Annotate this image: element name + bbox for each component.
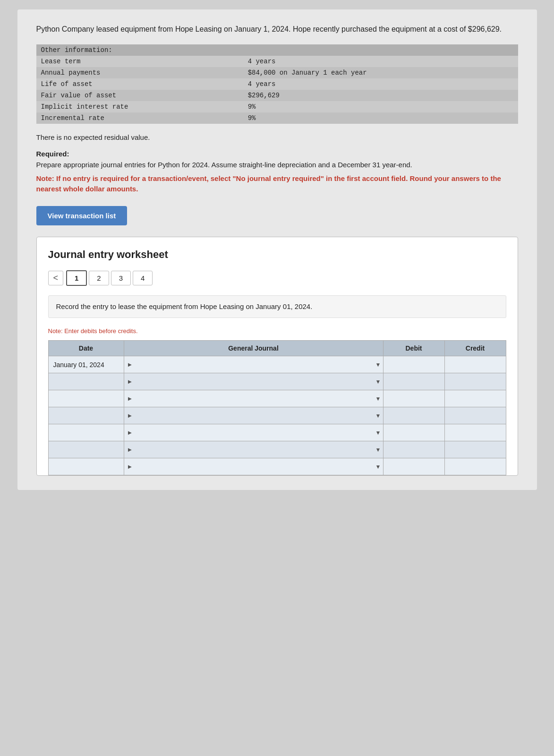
arrow-indicator-3: ► (124, 395, 136, 402)
debit-input-3[interactable] (384, 390, 444, 407)
table-row: January 01, 2024 ► ▼ (48, 356, 506, 373)
dropdown-arrow-5[interactable]: ▼ (374, 429, 383, 437)
table-row: ► ▼ (48, 458, 506, 475)
gj-input-2[interactable] (136, 373, 373, 390)
debit-cell-2[interactable] (383, 373, 444, 390)
date-cell-1: January 01, 2024 (48, 356, 124, 373)
debit-cell-4[interactable] (383, 407, 444, 424)
debit-input-7[interactable] (384, 458, 444, 475)
credit-input-6[interactable] (445, 441, 506, 458)
credit-input-7[interactable] (445, 458, 506, 475)
table-row: ► ▼ (48, 390, 506, 407)
table-row: ► ▼ (48, 424, 506, 441)
dropdown-arrow-1[interactable]: ▼ (374, 361, 383, 369)
gj-input-7[interactable] (136, 458, 373, 475)
tab-4[interactable]: 4 (133, 271, 153, 285)
credit-input-4[interactable] (445, 407, 506, 424)
info-label-implicit-rate: Implicit interest rate (36, 101, 243, 112)
info-label-life-of-asset: Life of asset (36, 78, 243, 90)
info-label-incremental-rate: Incremental rate (36, 112, 243, 124)
th-date: Date (48, 341, 124, 356)
info-table-row: Life of asset 4 years (36, 78, 518, 90)
page-container: Python Company leased equipment from Hop… (17, 9, 537, 490)
th-debit: Debit (383, 341, 444, 356)
debit-cell-7[interactable] (383, 458, 444, 475)
gj-input-4[interactable] (136, 407, 373, 424)
gj-cell-1[interactable]: ► ▼ (124, 356, 383, 373)
credit-cell-1[interactable] (444, 356, 506, 373)
date-cell-6 (48, 441, 124, 458)
credit-input-3[interactable] (445, 390, 506, 407)
worksheet-container: Journal entry worksheet < 1 2 3 4 Record… (36, 237, 518, 476)
info-table-row: Annual payments $84,000 on January 1 eac… (36, 67, 518, 78)
arrow-indicator-2: ► (124, 378, 136, 385)
info-value-annual-payments: $84,000 on January 1 each year (243, 67, 518, 78)
info-value-fair-value: $296,629 (243, 90, 518, 101)
tab-2[interactable]: 2 (89, 271, 109, 285)
debit-cell-5[interactable] (383, 424, 444, 441)
gj-input-1[interactable] (136, 356, 373, 373)
gj-cell-6[interactable]: ► ▼ (124, 441, 383, 458)
credit-input-5[interactable] (445, 424, 506, 441)
note-enter-debits: Note: Enter debits before credits. (48, 327, 506, 335)
required-note: Note: If no entry is required for a tran… (36, 173, 518, 195)
gj-cell-4[interactable]: ► ▼ (124, 407, 383, 424)
tab-1[interactable]: 1 (66, 270, 87, 286)
debit-input-2[interactable] (384, 373, 444, 390)
dropdown-arrow-6[interactable]: ▼ (374, 446, 383, 454)
dropdown-arrow-4[interactable]: ▼ (374, 412, 383, 420)
date-cell-2 (48, 373, 124, 390)
date-cell-3 (48, 390, 124, 407)
info-label-fair-value: Fair value of asset (36, 90, 243, 101)
journal-table: Date General Journal Debit Credit Januar… (48, 340, 506, 475)
credit-input-2[interactable] (445, 373, 506, 390)
tab-3[interactable]: 3 (111, 271, 131, 285)
credit-cell-2[interactable] (444, 373, 506, 390)
th-general-journal: General Journal (124, 341, 383, 356)
debit-input-6[interactable] (384, 441, 444, 458)
info-label-annual-payments: Annual payments (36, 67, 243, 78)
gj-input-6[interactable] (136, 441, 373, 458)
credit-cell-7[interactable] (444, 458, 506, 475)
view-transaction-list-button[interactable]: View transaction list (36, 206, 128, 225)
required-title: Required: (36, 150, 518, 158)
table-row: ► ▼ (48, 441, 506, 458)
info-table-header: Other information: (36, 44, 243, 56)
credit-cell-3[interactable] (444, 390, 506, 407)
worksheet-title: Journal entry worksheet (48, 249, 506, 261)
debit-cell-3[interactable] (383, 390, 444, 407)
th-credit: Credit (444, 341, 506, 356)
gj-cell-7[interactable]: ► ▼ (124, 458, 383, 475)
tab-prev-button[interactable]: < (48, 271, 64, 285)
info-table-row: Incremental rate 9% (36, 112, 518, 124)
credit-cell-6[interactable] (444, 441, 506, 458)
debit-cell-6[interactable] (383, 441, 444, 458)
credit-cell-4[interactable] (444, 407, 506, 424)
dropdown-arrow-2[interactable]: ▼ (374, 378, 383, 386)
credit-cell-5[interactable] (444, 424, 506, 441)
debit-cell-1[interactable] (383, 356, 444, 373)
table-row: ► ▼ (48, 373, 506, 390)
gj-input-5[interactable] (136, 424, 373, 441)
info-label-lease-term: Lease term (36, 56, 243, 67)
gj-input-3[interactable] (136, 390, 373, 407)
info-table-header-row: Other information: (36, 44, 518, 56)
credit-input-1[interactable] (445, 356, 506, 373)
debit-input-4[interactable] (384, 407, 444, 424)
table-row: ► ▼ (48, 407, 506, 424)
arrow-indicator-1: ► (124, 361, 136, 368)
arrow-indicator-7: ► (124, 463, 136, 470)
info-table-row: Lease term 4 years (36, 56, 518, 67)
gj-cell-2[interactable]: ► ▼ (124, 373, 383, 390)
arrow-indicator-5: ► (124, 429, 136, 436)
required-body: Prepare appropriate journal entries for … (36, 160, 518, 171)
gj-cell-5[interactable]: ► ▼ (124, 424, 383, 441)
info-table: Other information: Lease term 4 years An… (36, 44, 518, 124)
intro-text: Python Company leased equipment from Hop… (36, 24, 518, 35)
info-value-life-of-asset: 4 years (243, 78, 518, 90)
gj-cell-3[interactable]: ► ▼ (124, 390, 383, 407)
dropdown-arrow-7[interactable]: ▼ (374, 463, 383, 471)
dropdown-arrow-3[interactable]: ▼ (374, 395, 383, 403)
debit-input-5[interactable] (384, 424, 444, 441)
debit-input-1[interactable] (384, 356, 444, 373)
